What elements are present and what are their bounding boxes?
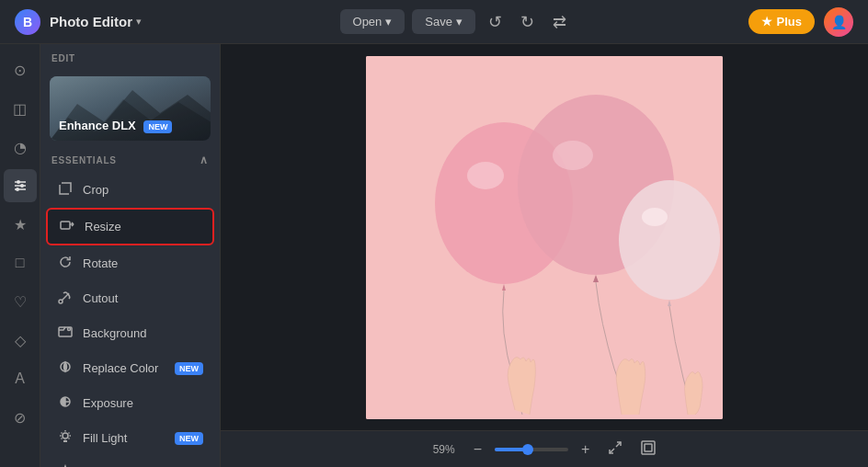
topbar: B Photo Editor ▾ Open ▾ Save ▾ ↺ ↻ ⇄ ★ P… xyxy=(0,0,868,44)
fit-button[interactable] xyxy=(635,437,661,461)
sidebar-text-btn[interactable]: A xyxy=(4,362,37,395)
undo-button[interactable]: ↺ xyxy=(483,8,508,36)
app-title: Photo Editor xyxy=(50,14,132,29)
rotate-label: Rotate xyxy=(83,256,203,270)
svg-point-17 xyxy=(63,433,68,439)
sidebar-frames-btn[interactable]: □ xyxy=(4,246,37,279)
plus-button[interactable]: ★ Plus xyxy=(748,9,815,34)
app-logo: B xyxy=(15,9,40,35)
tool-item-exposure[interactable]: Exposure xyxy=(46,386,214,420)
balloon-image xyxy=(366,56,723,419)
icon-sidebar: ⊙ ◫ ◔ ★ □ ♡ ◇ A ⊘ xyxy=(0,44,40,467)
replace-color-badge: NEW xyxy=(175,362,203,375)
replay-button[interactable]: ⇄ xyxy=(547,8,572,36)
star-icon: ★ xyxy=(761,15,772,28)
zoom-out-button[interactable]: − xyxy=(468,439,487,460)
svg-point-1 xyxy=(17,180,20,184)
enhance-label: Enhance DLX NEW xyxy=(59,119,172,133)
enhance-badge: NEW xyxy=(143,120,172,133)
svg-point-14 xyxy=(68,328,71,331)
sidebar-beauty-btn[interactable]: ♡ xyxy=(4,285,37,318)
essentials-section: ESSENTIALS ∧ xyxy=(40,154,220,172)
exposure-label: Exposure xyxy=(83,396,203,410)
image-frame xyxy=(366,56,723,419)
zoom-in-button[interactable]: + xyxy=(576,439,595,460)
main-area: ⊙ ◫ ◔ ★ □ ♡ ◇ A ⊘ EDIT xyxy=(0,44,868,467)
enhance-card[interactable]: Enhance DLX NEW xyxy=(50,76,211,141)
redo-button[interactable]: ↻ xyxy=(515,8,540,36)
canvas-area: 59% − + xyxy=(221,44,868,467)
fill-light-icon xyxy=(57,429,74,447)
open-button[interactable]: Open ▾ xyxy=(340,9,405,34)
svg-rect-38 xyxy=(642,441,655,454)
tool-item-auto-enhance[interactable]: Auto Enhance xyxy=(46,456,214,467)
svg-line-24 xyxy=(62,439,63,439)
tool-item-resize[interactable]: Resize xyxy=(46,208,214,245)
sidebar-texture-btn[interactable]: ⊘ xyxy=(4,401,37,434)
svg-line-25 xyxy=(69,433,70,434)
edit-section-label: EDIT xyxy=(40,44,220,67)
sidebar-image-btn[interactable]: ◫ xyxy=(4,92,37,125)
svg-point-34 xyxy=(619,180,720,300)
sidebar-draw-btn[interactable]: ◇ xyxy=(4,324,37,357)
tool-item-rotate[interactable]: Rotate xyxy=(46,246,214,280)
replace-color-icon xyxy=(57,359,74,377)
zoom-percent-label: 59% xyxy=(428,443,461,456)
sidebar-stickers-btn[interactable]: ★ xyxy=(4,208,37,241)
tool-item-cutout[interactable]: Cutout xyxy=(46,281,214,315)
rotate-icon xyxy=(57,255,74,272)
section-chevron-icon[interactable]: ∧ xyxy=(200,154,209,166)
expand-button[interactable] xyxy=(602,437,628,461)
background-icon xyxy=(57,325,74,342)
canvas-container xyxy=(221,44,868,430)
zoom-slider[interactable] xyxy=(495,448,568,451)
svg-rect-39 xyxy=(645,444,652,451)
svg-point-5 xyxy=(16,188,19,191)
crop-label: Crop xyxy=(83,183,203,197)
fill-light-label: Fill Light xyxy=(83,431,161,445)
exposure-icon xyxy=(57,394,74,412)
fill-light-badge: NEW xyxy=(175,432,203,445)
tool-item-fill-light[interactable]: Fill Light NEW xyxy=(46,421,214,455)
svg-line-22 xyxy=(62,433,63,434)
background-label: Background xyxy=(83,326,203,340)
svg-point-33 xyxy=(553,141,593,170)
tool-item-background[interactable]: Background xyxy=(46,316,214,350)
resize-icon xyxy=(59,218,75,235)
replace-color-label: Replace Color xyxy=(83,361,161,375)
sidebar-view-btn[interactable]: ⊙ xyxy=(4,53,37,86)
svg-point-35 xyxy=(642,208,668,226)
svg-point-12 xyxy=(59,300,63,303)
svg-line-23 xyxy=(69,439,70,439)
resize-label: Resize xyxy=(85,220,201,234)
tool-item-replace-color[interactable]: Replace Color NEW xyxy=(46,351,214,385)
cutout-label: Cutout xyxy=(83,291,203,305)
svg-point-31 xyxy=(467,162,504,189)
avatar[interactable]: 👤 xyxy=(824,7,853,37)
tools-panel: EDIT Enhance DLX NEW ESSENTIALS ∧ xyxy=(40,44,221,467)
bottom-bar: 59% − + xyxy=(221,430,868,467)
topbar-right: ★ Plus 👤 xyxy=(748,7,853,37)
topbar-center: Open ▾ Save ▾ ↺ ↻ ⇄ xyxy=(164,8,748,36)
crop-icon xyxy=(57,181,74,199)
title-chevron[interactable]: ▾ xyxy=(136,16,142,28)
save-button[interactable]: Save ▾ xyxy=(412,9,475,34)
tool-item-crop[interactable]: Crop xyxy=(46,173,214,207)
zoom-slider-thumb xyxy=(522,444,533,455)
cutout-icon xyxy=(57,290,74,307)
sidebar-effects-btn[interactable]: ◔ xyxy=(4,131,37,164)
svg-point-3 xyxy=(20,184,24,188)
sidebar-adjust-btn[interactable] xyxy=(4,169,37,202)
svg-rect-8 xyxy=(61,222,70,229)
